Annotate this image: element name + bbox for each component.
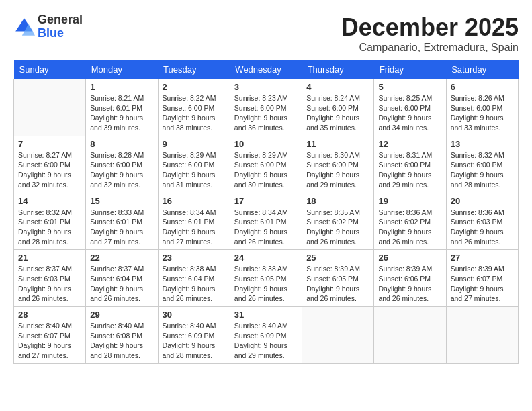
day-number: 25 (306, 253, 369, 263)
day-number: 10 (234, 139, 298, 149)
day-info: Sunrise: 8:37 AMSunset: 6:04 PMDaylight:… (90, 264, 153, 304)
logo-blue: Blue (38, 27, 83, 40)
day-info: Sunrise: 8:26 AMSunset: 6:00 PMDaylight:… (451, 93, 514, 133)
day-info: Sunrise: 8:36 AMSunset: 6:03 PMDaylight:… (451, 208, 514, 247)
calendar-cell: 18Sunrise: 8:35 AMSunset: 6:02 PMDayligh… (302, 193, 374, 250)
calendar-cell: 8Sunrise: 8:28 AMSunset: 6:00 PMDaylight… (86, 136, 158, 193)
day-info: Sunrise: 8:24 AMSunset: 6:00 PMDaylight:… (306, 93, 369, 133)
day-number: 13 (451, 139, 514, 149)
day-info: Sunrise: 8:27 AMSunset: 6:00 PMDaylight:… (18, 150, 81, 190)
calendar-cell: 15Sunrise: 8:33 AMSunset: 6:01 PMDayligh… (86, 193, 158, 250)
calendar-cell: 29Sunrise: 8:40 AMSunset: 6:08 PMDayligh… (86, 307, 158, 364)
day-number: 1 (90, 82, 153, 92)
calendar-cell: 24Sunrise: 8:38 AMSunset: 6:05 PMDayligh… (230, 250, 302, 307)
day-number: 24 (234, 253, 298, 263)
day-number: 28 (18, 310, 81, 320)
day-number: 4 (306, 82, 369, 92)
day-number: 7 (18, 139, 81, 149)
day-number: 27 (451, 253, 514, 263)
calendar-cell: 28Sunrise: 8:40 AMSunset: 6:07 PMDayligh… (14, 307, 86, 364)
calendar-cell: 11Sunrise: 8:30 AMSunset: 6:00 PMDayligh… (302, 136, 374, 193)
weekday-header-friday: Friday (374, 60, 446, 79)
day-number: 16 (163, 196, 226, 206)
day-info: Sunrise: 8:34 AMSunset: 6:01 PMDaylight:… (163, 208, 226, 247)
day-number: 31 (234, 310, 298, 320)
day-number: 11 (306, 139, 369, 149)
day-info: Sunrise: 8:23 AMSunset: 6:00 PMDaylight:… (234, 93, 298, 133)
calendar-week-5: 28Sunrise: 8:40 AMSunset: 6:07 PMDayligh… (14, 307, 519, 364)
day-info: Sunrise: 8:40 AMSunset: 6:09 PMDaylight:… (234, 321, 298, 361)
weekday-header-sunday: Sunday (14, 60, 86, 79)
day-number: 29 (90, 310, 153, 320)
day-number: 5 (378, 82, 441, 92)
weekday-header-wednesday: Wednesday (230, 60, 302, 79)
day-number: 3 (234, 82, 298, 92)
location-subtitle: Campanario, Extremadura, Spain (341, 42, 519, 54)
calendar-cell: 22Sunrise: 8:37 AMSunset: 6:04 PMDayligh… (86, 250, 158, 307)
day-info: Sunrise: 8:38 AMSunset: 6:04 PMDaylight:… (163, 264, 226, 304)
day-number: 15 (90, 196, 153, 206)
day-info: Sunrise: 8:35 AMSunset: 6:02 PMDaylight:… (306, 208, 369, 247)
day-number: 20 (451, 196, 514, 206)
calendar-cell: 16Sunrise: 8:34 AMSunset: 6:01 PMDayligh… (158, 193, 230, 250)
day-info: Sunrise: 8:39 AMSunset: 6:05 PMDaylight:… (306, 264, 369, 304)
calendar-cell (374, 307, 446, 364)
day-number: 2 (163, 82, 226, 92)
calendar-week-2: 7Sunrise: 8:27 AMSunset: 6:00 PMDaylight… (14, 136, 519, 193)
calendar-cell: 9Sunrise: 8:29 AMSunset: 6:00 PMDaylight… (158, 136, 230, 193)
day-number: 14 (18, 196, 81, 206)
day-info: Sunrise: 8:22 AMSunset: 6:00 PMDaylight:… (163, 93, 226, 133)
calendar-cell: 25Sunrise: 8:39 AMSunset: 6:05 PMDayligh… (302, 250, 374, 307)
day-number: 23 (163, 253, 226, 263)
day-number: 19 (378, 196, 441, 206)
day-info: Sunrise: 8:36 AMSunset: 6:02 PMDaylight:… (378, 208, 441, 247)
calendar-cell: 14Sunrise: 8:32 AMSunset: 6:01 PMDayligh… (14, 193, 86, 250)
calendar-cell: 19Sunrise: 8:36 AMSunset: 6:02 PMDayligh… (374, 193, 446, 250)
day-number: 18 (306, 196, 369, 206)
calendar-cell: 12Sunrise: 8:31 AMSunset: 6:00 PMDayligh… (374, 136, 446, 193)
day-number: 21 (18, 253, 81, 263)
day-info: Sunrise: 8:34 AMSunset: 6:01 PMDaylight:… (234, 208, 298, 247)
month-title: December 2025 (341, 13, 519, 42)
day-info: Sunrise: 8:37 AMSunset: 6:03 PMDaylight:… (18, 264, 81, 304)
calendar-cell (446, 307, 518, 364)
weekday-header-tuesday: Tuesday (158, 60, 230, 79)
calendar-cell: 10Sunrise: 8:29 AMSunset: 6:00 PMDayligh… (230, 136, 302, 193)
calendar-cell: 6Sunrise: 8:26 AMSunset: 6:00 PMDaylight… (446, 79, 518, 136)
day-info: Sunrise: 8:29 AMSunset: 6:00 PMDaylight:… (163, 150, 226, 190)
logo-general: General (38, 13, 83, 27)
calendar-cell: 13Sunrise: 8:32 AMSunset: 6:00 PMDayligh… (446, 136, 518, 193)
calendar-cell: 1Sunrise: 8:21 AMSunset: 6:01 PMDaylight… (86, 79, 158, 136)
day-number: 8 (90, 139, 153, 149)
calendar-header: SundayMondayTuesdayWednesdayThursdayFrid… (14, 60, 519, 79)
calendar-week-4: 21Sunrise: 8:37 AMSunset: 6:03 PMDayligh… (14, 250, 519, 307)
day-info: Sunrise: 8:40 AMSunset: 6:09 PMDaylight:… (163, 321, 226, 361)
day-info: Sunrise: 8:32 AMSunset: 6:00 PMDaylight:… (451, 150, 514, 190)
calendar-cell: 27Sunrise: 8:39 AMSunset: 6:07 PMDayligh… (446, 250, 518, 307)
logo-icon (13, 16, 35, 38)
calendar-cell: 23Sunrise: 8:38 AMSunset: 6:04 PMDayligh… (158, 250, 230, 307)
calendar-cell: 21Sunrise: 8:37 AMSunset: 6:03 PMDayligh… (14, 250, 86, 307)
day-info: Sunrise: 8:39 AMSunset: 6:07 PMDaylight:… (451, 264, 514, 304)
calendar-cell: 30Sunrise: 8:40 AMSunset: 6:09 PMDayligh… (158, 307, 230, 364)
day-number: 30 (163, 310, 226, 320)
day-info: Sunrise: 8:39 AMSunset: 6:06 PMDaylight:… (378, 264, 441, 304)
calendar-cell: 7Sunrise: 8:27 AMSunset: 6:00 PMDaylight… (14, 136, 86, 193)
calendar-cell: 3Sunrise: 8:23 AMSunset: 6:00 PMDaylight… (230, 79, 302, 136)
weekday-header-saturday: Saturday (446, 60, 518, 79)
calendar-cell: 31Sunrise: 8:40 AMSunset: 6:09 PMDayligh… (230, 307, 302, 364)
calendar-cell: 4Sunrise: 8:24 AMSunset: 6:00 PMDaylight… (302, 79, 374, 136)
calendar-cell: 2Sunrise: 8:22 AMSunset: 6:00 PMDaylight… (158, 79, 230, 136)
calendar-cell (302, 307, 374, 364)
day-info: Sunrise: 8:33 AMSunset: 6:01 PMDaylight:… (90, 208, 153, 247)
calendar-table: SundayMondayTuesdayWednesdayThursdayFrid… (13, 60, 519, 364)
weekday-header-monday: Monday (86, 60, 158, 79)
calendar-body: 1Sunrise: 8:21 AMSunset: 6:01 PMDaylight… (14, 79, 519, 364)
logo: General Blue (13, 13, 83, 40)
day-info: Sunrise: 8:21 AMSunset: 6:01 PMDaylight:… (90, 93, 153, 133)
day-info: Sunrise: 8:40 AMSunset: 6:07 PMDaylight:… (18, 321, 81, 361)
day-info: Sunrise: 8:31 AMSunset: 6:00 PMDaylight:… (378, 150, 441, 190)
weekday-header-thursday: Thursday (302, 60, 374, 79)
day-number: 9 (163, 139, 226, 149)
day-number: 12 (378, 139, 441, 149)
